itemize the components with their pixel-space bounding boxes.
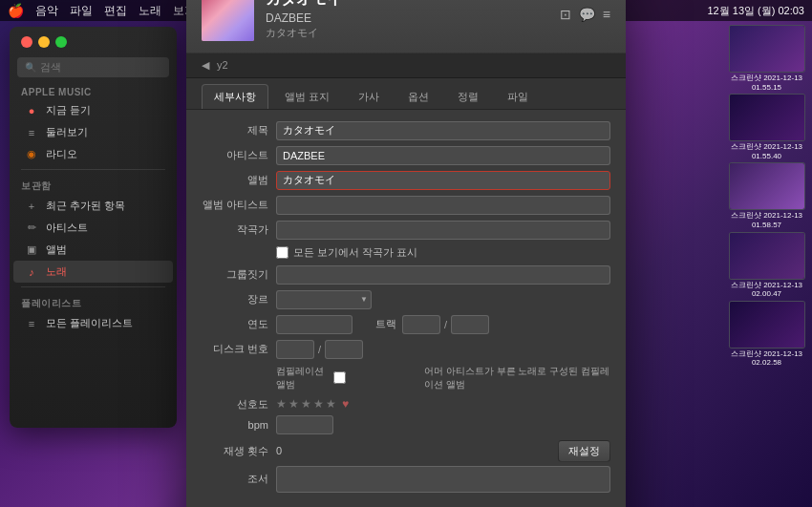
artist-label: 아티스트 — [202, 148, 268, 162]
modal-album-name: カタオモイ — [266, 26, 548, 40]
album-art — [202, 0, 254, 41]
composer-input[interactable] — [276, 221, 610, 240]
show-composer-label: 모든 보기에서 작곡가 표시 — [293, 245, 417, 260]
menubar-file[interactable]: 파일 — [70, 3, 93, 19]
form-row-album-artist: 앨범 아티스트 — [202, 196, 610, 215]
grouping-label: 그룹짓기 — [202, 267, 268, 282]
form-row-year-track: 연도 트랙 / — [202, 315, 610, 334]
reset-button[interactable]: 재설정 — [558, 440, 610, 462]
genre-label: 장르 — [202, 292, 268, 306]
disc-number-input[interactable] — [276, 340, 314, 359]
compilation-label: 컴필레이션 앨범 — [276, 365, 333, 391]
menubar-song[interactable]: 노래 — [139, 3, 161, 19]
playback-bar: ◀ y2 — [186, 53, 626, 78]
comment-label: 조서 — [202, 472, 268, 486]
form-row-grouping: 그룹짓기 — [202, 265, 610, 285]
artist-input[interactable] — [276, 146, 610, 165]
album-input[interactable] — [276, 171, 610, 190]
star-1[interactable]: ★ — [276, 397, 287, 411]
modal-song-title: カタオモイ — [266, 0, 548, 10]
composer-label: 작곡가 — [202, 222, 268, 237]
show-composer-checkbox[interactable] — [276, 246, 288, 259]
modal-body: 제목 아티스트 앨범 앨범 아티스트 작곡가 — [186, 110, 626, 508]
form-row-comment: 조서 — [202, 466, 610, 493]
checkbox-row-composer: 모든 보기에서 작곡가 표시 — [276, 245, 610, 260]
prev-track-icon[interactable]: ◀ — [202, 59, 209, 72]
modal-tabs: 세부사항 앨범 표지 가사 옵션 정렬 파일 — [186, 78, 626, 110]
form-row-album: 앨범 — [202, 171, 610, 190]
play-count-left: 재생 횟수 0 — [202, 444, 282, 458]
disc-slash: / — [318, 344, 321, 355]
year-input[interactable] — [276, 315, 353, 334]
album-artist-label: 앨범 아티스트 — [202, 198, 268, 212]
lyrics-icon[interactable]: 💬 — [579, 7, 595, 22]
form-row-artist: 아티스트 — [202, 146, 610, 165]
disc-total-input[interactable] — [325, 340, 363, 359]
compilation-text: 어머 아티스트가 부른 노래로 구성된 컴필레이션 앨범 — [424, 365, 610, 391]
track-slash: / — [444, 319, 447, 330]
apple-menu-icon[interactable]: 🍎 — [8, 3, 24, 18]
title-input[interactable] — [276, 121, 610, 140]
stars[interactable]: ★ ★ ★ ★ ★ ♥ — [276, 397, 349, 411]
tab-options[interactable]: 옵션 — [395, 84, 441, 109]
song-info-modal: カタオモイ DAZBEE カタオモイ ⊡ 💬 ≡ ◀ y2 세부사항 앨범 표지… — [186, 0, 626, 507]
year-label: 연도 — [202, 317, 268, 331]
star-4[interactable]: ★ — [313, 397, 324, 411]
play-count-row: 재생 횟수 0 재설정 — [202, 440, 610, 462]
modal-title-section: カタオモイ DAZBEE カタオモイ — [266, 0, 548, 40]
album-label: 앨범 — [202, 173, 268, 187]
form-row-title: 제목 — [202, 121, 610, 140]
genre-select[interactable] — [276, 290, 372, 309]
rating-label: 선호도 — [202, 397, 268, 412]
track-row: / — [402, 315, 489, 334]
tab-file[interactable]: 파일 — [495, 84, 541, 109]
track-label: 트랙 — [368, 317, 396, 331]
star-3[interactable]: ★ — [301, 397, 311, 411]
tab-artwork[interactable]: 앨범 표지 — [272, 84, 342, 109]
title-label: 제목 — [202, 123, 268, 137]
track-total-input[interactable] — [451, 315, 489, 334]
form-row-disc: 디스크 번호 / — [202, 340, 610, 359]
modal-artist: DAZBEE — [266, 11, 548, 25]
disc-row: / — [276, 340, 363, 359]
tab-details[interactable]: 세부사항 — [202, 84, 268, 109]
rating-row: 선호도 ★ ★ ★ ★ ★ ♥ — [202, 397, 610, 412]
menubar-edit[interactable]: 편집 — [104, 3, 127, 19]
bpm-label: bpm — [202, 419, 268, 431]
play-count-label: 재생 횟수 — [202, 444, 268, 458]
playback-label: y2 — [217, 59, 228, 71]
grouping-input[interactable] — [276, 265, 610, 285]
menubar-datetime: 12월 13일 (월) 02:03 — [708, 4, 805, 18]
compilation-row: 컴필레이션 앨범 어머 아티스트가 부른 노래로 구성된 컴필레이션 앨범 — [202, 365, 610, 391]
tab-sorting[interactable]: 정렬 — [445, 84, 491, 109]
modal-overlay: カタオモイ DAZBEE カタオモイ ⊡ 💬 ≡ ◀ y2 세부사항 앨범 표지… — [0, 21, 812, 507]
modal-header: カタオモイ DAZBEE カタオモイ ⊡ 💬 ≡ — [186, 0, 626, 53]
form-row-composer: 작곡가 — [202, 221, 610, 240]
album-artist-input[interactable] — [276, 196, 610, 215]
genre-select-wrapper: ▼ — [276, 290, 372, 309]
form-row-bpm: bpm — [202, 415, 610, 434]
more-icon[interactable]: ≡ — [603, 7, 610, 22]
star-5[interactable]: ★ — [326, 397, 336, 411]
menubar-music[interactable]: 음악 — [35, 3, 58, 19]
heart-icon[interactable]: ♥ — [342, 397, 349, 411]
bpm-input[interactable] — [276, 415, 333, 434]
star-2[interactable]: ★ — [288, 397, 299, 411]
track-number-input[interactable] — [402, 315, 440, 334]
airplay-icon[interactable]: ⊡ — [560, 7, 571, 22]
compilation-checkbox[interactable] — [333, 371, 346, 384]
disc-label: 디스크 번호 — [202, 342, 268, 356]
modal-header-icons: ⊡ 💬 ≡ — [560, 7, 610, 22]
comment-input[interactable] — [276, 466, 610, 493]
tab-lyrics[interactable]: 가사 — [346, 84, 392, 109]
form-row-genre: 장르 ▼ — [202, 290, 610, 309]
play-count-value: 0 — [276, 445, 282, 456]
